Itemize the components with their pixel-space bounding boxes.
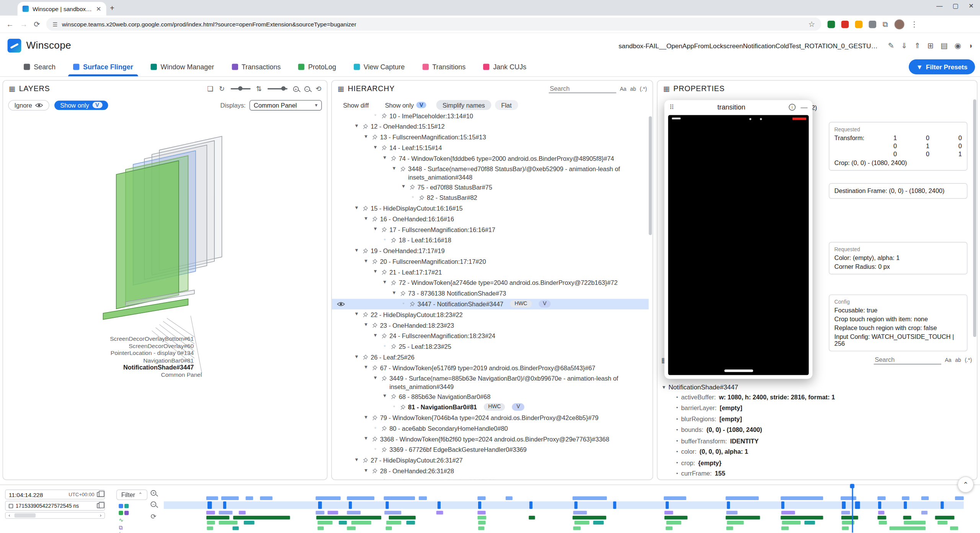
expand-chevron-icon[interactable]: ▾ <box>372 144 379 151</box>
pin-icon[interactable] <box>419 194 425 202</box>
tree-node[interactable]: ▾16 - OneHanded:16:16#16 <box>332 214 649 224</box>
tab-search[interactable]: Search <box>15 57 64 76</box>
hierarchy-scrollbar[interactable] <box>649 116 652 235</box>
transactions-trace-toggle[interactable]: ∿ <box>119 518 129 523</box>
trace-segment[interactable] <box>351 521 371 525</box>
trace-segment[interactable] <box>573 526 581 530</box>
tree-node[interactable]: ◦18 - Leaf:16:16#18 <box>332 235 649 246</box>
expand-chevron-icon[interactable]: ▾ <box>363 467 369 474</box>
drag-handle-icon[interactable]: ⠿ <box>670 103 674 110</box>
trace-segment[interactable] <box>389 516 416 520</box>
tree-node[interactable]: ◦81 - NavigationBar0#81HWCV <box>332 402 649 413</box>
tree-node[interactable]: ▾15 - HideDisplayCutout:16:16#15 <box>332 203 649 214</box>
transition-overlay-window[interactable]: ⠿ transition i — <box>665 100 813 379</box>
tree-node[interactable]: ▾75 - ed70f88 StatusBar#75 <box>332 182 649 193</box>
scroll-thumb[interactable] <box>15 513 36 517</box>
pin-icon[interactable] <box>400 290 406 298</box>
tree-node[interactable]: ▾79 - WindowToken{7046b4a type=2024 andr… <box>332 413 649 423</box>
tree-node[interactable]: ▾26 - Leaf:25#26 <box>332 352 649 363</box>
trace-segment[interactable] <box>574 521 590 525</box>
tree-node[interactable]: ▾68 - 885b63e NavigationBar0#68 <box>332 391 649 402</box>
extensions-puzzle-icon[interactable]: ⧉ <box>882 20 888 28</box>
trace-segment[interactable] <box>805 521 815 525</box>
trace-segment[interactable] <box>935 516 954 520</box>
layer-label[interactable]: ScreenDecorOverlayBottom#61 <box>6 335 194 342</box>
trace-segment[interactable] <box>339 521 347 525</box>
tree-node[interactable]: ▾73 - 8736138 NotificationShade#73 <box>332 288 649 299</box>
panel-grip-icon[interactable]: ▦ <box>9 85 15 93</box>
minimize-icon[interactable]: — <box>800 103 807 111</box>
tree-node[interactable]: ▾21 - Leaf:17:17#21 <box>332 267 649 278</box>
tree-node[interactable]: ▾24 - FullscreenMagnification:18:23#24 <box>332 331 649 342</box>
trace-segment[interactable] <box>727 521 744 525</box>
trace-segment[interactable] <box>239 511 245 515</box>
tree-node[interactable]: ▾3368 - WindowToken{f6b2f60 type=2024 an… <box>332 434 649 445</box>
tab-transactions[interactable]: Transactions <box>223 57 289 76</box>
expand-timeline-button[interactable]: ⌃ <box>957 476 973 492</box>
view-3d-icon[interactable]: ❏ <box>207 85 213 93</box>
expand-chevron-icon[interactable]: ▾ <box>363 133 369 140</box>
panel-grip-icon[interactable]: ▦ <box>663 85 670 93</box>
pin-icon[interactable] <box>363 457 368 465</box>
trace-segment[interactable] <box>232 526 239 530</box>
pin-icon[interactable] <box>381 446 387 454</box>
expand-chevron-icon[interactable]: ▾ <box>353 122 360 129</box>
trace-segment[interactable] <box>347 496 374 500</box>
trace-segment[interactable] <box>316 511 325 515</box>
trace-segment[interactable] <box>478 501 481 509</box>
trace-segment[interactable] <box>781 516 823 520</box>
pin-icon[interactable] <box>381 144 387 152</box>
trace-segment[interactable] <box>781 511 795 515</box>
trace-segment[interactable] <box>384 496 415 500</box>
expand-chevron-icon[interactable]: ▾ <box>363 321 369 328</box>
trace-segment[interactable] <box>841 496 857 500</box>
expand-chevron-icon[interactable]: ▾ <box>372 374 379 381</box>
expand-chevron-icon[interactable]: ▾ <box>381 278 388 286</box>
trace-segment[interactable] <box>665 501 668 509</box>
tree-node[interactable]: ▾13 - FullscreenMagnification:15:15#13 <box>332 132 649 142</box>
trace-segment[interactable] <box>529 501 532 509</box>
pin-icon[interactable] <box>372 467 377 475</box>
trace-segment[interactable] <box>904 521 925 525</box>
timeline-cursor[interactable] <box>852 485 853 533</box>
trace-segment[interactable] <box>938 521 948 525</box>
layers-3d-canvas[interactable]: ScreenDecorOverlayBottom#61ScreenDecorOv… <box>3 114 327 479</box>
pin-icon[interactable] <box>390 279 396 287</box>
trace-segment[interactable] <box>477 496 485 500</box>
trace-segment[interactable] <box>842 526 849 530</box>
trace-segment[interactable] <box>613 501 616 509</box>
trace-segment[interactable] <box>955 496 964 500</box>
trace-segment[interactable] <box>593 521 604 525</box>
trace-segment[interactable] <box>206 516 229 520</box>
show-only-v-toggle[interactable]: Show only V <box>55 100 108 110</box>
trace-segment[interactable] <box>878 501 881 509</box>
pin-icon[interactable] <box>363 205 368 213</box>
trace-segment[interactable] <box>665 516 688 520</box>
close-window-icon[interactable]: ✕ <box>969 3 974 10</box>
tree-node[interactable]: ◦10 - ImePlaceholder:13:14#10 <box>332 111 649 121</box>
pin-icon[interactable] <box>381 112 387 120</box>
trace-segment[interactable] <box>664 496 686 500</box>
tree-node[interactable]: ▾12 - OneHanded:15:15#12 <box>332 121 649 132</box>
tree-node[interactable]: ▾74 - WindowToken{fdddbe6 type=2000 andr… <box>332 153 649 164</box>
property-node[interactable]: •currFrame: 155 <box>663 469 972 480</box>
leaf-bullet-icon[interactable]: ◦ <box>381 236 388 243</box>
maximize-window-icon[interactable]: ▢ <box>952 3 958 10</box>
pin-icon[interactable] <box>381 478 387 479</box>
expand-chevron-icon[interactable]: ▾ <box>363 363 369 371</box>
tree-node[interactable]: ▾3449 - Surface(name=885b63e NavigationB… <box>332 373 649 391</box>
theme-toggle-icon[interactable]: ◑ <box>968 41 973 50</box>
minimize-window-icon[interactable]: — <box>936 3 942 10</box>
hierarchy-button-flat[interactable]: Flat <box>495 100 518 110</box>
tree-node[interactable]: ▾19 - OneHanded:17:17#19 <box>332 246 649 257</box>
property-node[interactable]: •crop: {empty} <box>663 458 972 469</box>
trace-segment[interactable] <box>725 496 759 500</box>
expand-chevron-icon[interactable]: ▾ <box>372 268 379 275</box>
rotation-slider[interactable] <box>230 88 250 89</box>
expand-chevron-icon[interactable]: ▾ <box>353 204 360 211</box>
refresh-icon[interactable]: ⟳ <box>34 20 40 28</box>
trace-segment[interactable] <box>505 496 513 500</box>
trace-segment[interactable] <box>260 496 273 500</box>
expand-chevron-icon[interactable]: ▾ <box>663 384 665 390</box>
extension-icon[interactable] <box>855 20 863 28</box>
